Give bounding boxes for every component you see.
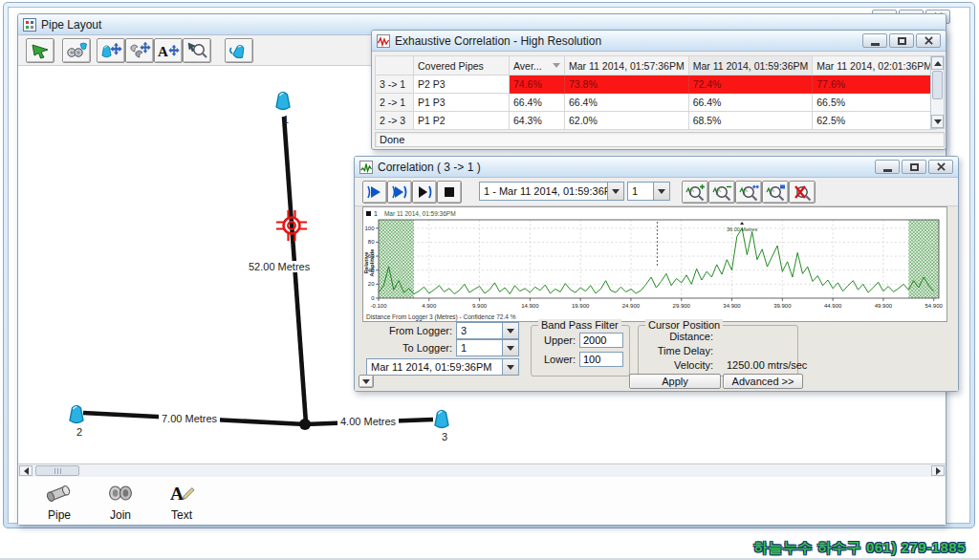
close-button[interactable] <box>928 160 953 174</box>
time-2-header[interactable]: Mar 11 2014, 01:59:36PM <box>688 56 813 75</box>
move-text-tool-button[interactable]: A <box>154 38 183 63</box>
value-cell[interactable]: 77.6% <box>813 75 937 94</box>
table-row[interactable]: 2 -> 3 P1 P2 64.3% 62.0% 68.5% 62.5% <box>376 112 937 130</box>
stop-button[interactable] <box>437 181 462 204</box>
zoom-in-button[interactable] <box>682 181 708 204</box>
upper-field[interactable] <box>579 333 623 348</box>
correlation-chart-svg[interactable]: -0.1004.9009.90014.90019.90024.90029.900… <box>363 217 946 312</box>
move-logger-tool-button[interactable] <box>97 38 125 63</box>
logger-pour-icon <box>228 41 250 60</box>
x-tick-label: 34.900 <box>723 303 741 309</box>
play-button[interactable] <box>362 181 387 204</box>
value-cell[interactable]: 66.4% <box>510 94 565 112</box>
pair-cell[interactable]: 2 -> 3 <box>376 112 414 130</box>
table-row[interactable]: 3 -> 1 P2 P3 74.6% 73.8% 72.4% 77.6% <box>376 75 937 94</box>
zoom-vertical-button[interactable] <box>762 181 789 204</box>
text-tool-icon: A <box>167 481 196 506</box>
shaded-region <box>908 220 939 298</box>
close-icon <box>925 36 933 45</box>
value-cell[interactable]: 62.5% <box>813 112 937 130</box>
from-logger-select[interactable]: 3 <box>456 322 519 339</box>
to-logger-select[interactable]: 1 <box>456 339 519 356</box>
maximize-button[interactable] <box>889 33 914 48</box>
dropdown-arrow[interactable] <box>502 340 518 355</box>
value-cell[interactable]: 68.5% <box>688 112 813 130</box>
exhaustive-titlebar[interactable]: Exhaustive Correlation - High Resolution <box>372 31 946 52</box>
play-selection-button[interactable] <box>412 181 437 204</box>
tool-palette: Pipe Join A Text <box>18 477 946 525</box>
zoom-out-button[interactable] <box>708 181 735 204</box>
value-cell[interactable]: 64.3% <box>510 112 565 130</box>
scroll-down-button[interactable] <box>931 115 944 128</box>
time-3-header[interactable]: Mar 11 2014, 02:01:36PM <box>813 56 937 75</box>
dropdown-arrow[interactable] <box>502 359 518 375</box>
recording-select[interactable]: 1 - Mar 11 2014, 01:59:36PM <box>479 182 624 201</box>
logger-node-2[interactable] <box>66 401 87 426</box>
value-cell[interactable]: 73.8% <box>565 75 689 94</box>
pipe-52m-label: 52.00 Metres <box>246 261 313 272</box>
expand-panel-button[interactable] <box>359 375 374 388</box>
apply-button[interactable]: Apply <box>629 374 721 389</box>
minimize-button[interactable] <box>875 160 900 174</box>
average-header[interactable]: Aver... <box>510 56 565 75</box>
y-tick-label: 80 <box>368 239 375 245</box>
legend-swatch <box>366 211 371 216</box>
play-all-button[interactable] <box>387 181 412 204</box>
logger-tool-button[interactable] <box>225 38 253 63</box>
pair-cell[interactable]: 2 -> 1 <box>376 94 414 112</box>
dropdown-arrow[interactable] <box>502 323 518 338</box>
value-cell[interactable]: 74.6% <box>510 75 565 94</box>
pipes-cell[interactable]: P2 P3 <box>414 75 510 94</box>
scroll-right-icon <box>936 467 941 475</box>
zoom-region-tool-button[interactable] <box>183 38 211 63</box>
find-logger-tool-button[interactable] <box>62 38 91 63</box>
hscroll-thumb[interactable] <box>35 465 79 476</box>
palette-pipe-tool[interactable]: Pipe <box>32 481 87 522</box>
advanced-button[interactable]: Advanced >> <box>723 374 803 389</box>
value-cell[interactable]: 66.4% <box>688 94 813 112</box>
logger-icon <box>66 401 87 426</box>
x-tick-label: 54.900 <box>925 303 944 309</box>
exhaustive-caption-buttons <box>862 33 941 48</box>
svg-text:A: A <box>158 44 168 59</box>
value-cell[interactable]: 62.0% <box>565 112 689 130</box>
logger-node-3[interactable] <box>431 406 452 431</box>
minimize-button[interactable] <box>862 33 887 48</box>
move-join-tool-button[interactable] <box>125 38 154 63</box>
dropdown-arrow[interactable] <box>653 183 669 200</box>
palette-text-tool[interactable]: A Text <box>154 481 209 522</box>
palette-join-tool[interactable]: Join <box>93 481 148 522</box>
table-vscrollbar[interactable] <box>930 55 945 129</box>
scroll-left-button[interactable] <box>19 465 33 476</box>
value-cell[interactable]: 72.4% <box>688 75 813 94</box>
select-tool-button[interactable] <box>26 38 54 63</box>
reset-zoom-button[interactable] <box>789 181 816 204</box>
value-cell[interactable]: 66.5% <box>813 94 937 112</box>
covered-pipes-header[interactable]: Covered Pipes <box>414 56 510 75</box>
scroll-up-button[interactable] <box>931 56 944 70</box>
pipe-7m-label: 7.00 Metres <box>159 413 220 424</box>
leak-position-icon[interactable] <box>274 208 309 243</box>
select-tool-icon <box>31 42 50 59</box>
value-cell[interactable]: 66.4% <box>565 94 689 112</box>
zoom-horizontal-button[interactable] <box>735 181 762 204</box>
pipe-tool-icon <box>45 481 74 506</box>
pair-cell[interactable]: 3 -> 1 <box>376 75 414 94</box>
correlation-titlebar[interactable]: Correlation ( 3 -> 1 ) <box>355 157 958 178</box>
logger-node-1[interactable] <box>272 88 294 113</box>
index-select[interactable]: 1 <box>627 182 670 201</box>
scroll-right-button[interactable] <box>931 465 945 476</box>
time-1-header[interactable]: Mar 11 2014, 01:57:36PM <box>565 56 689 75</box>
table-row[interactable]: 2 -> 1 P1 P3 66.4% 66.4% 66.4% 66.5% <box>376 94 937 112</box>
lower-field[interactable] <box>579 352 623 367</box>
vscroll-thumb[interactable] <box>932 71 943 99</box>
pipes-cell[interactable]: P1 P2 <box>414 112 510 130</box>
mdi-client-area: Pipe Layout <box>8 7 970 524</box>
canvas-hscrollbar[interactable] <box>18 463 946 477</box>
pipe-junction[interactable] <box>299 419 311 430</box>
maximize-button[interactable] <box>902 160 926 174</box>
pipes-cell[interactable]: P1 P3 <box>414 94 510 112</box>
datetime-select[interactable]: Mar 11 2014, 01:59:36PM <box>366 358 519 376</box>
close-button[interactable] <box>916 33 941 48</box>
dropdown-arrow[interactable] <box>607 183 623 200</box>
